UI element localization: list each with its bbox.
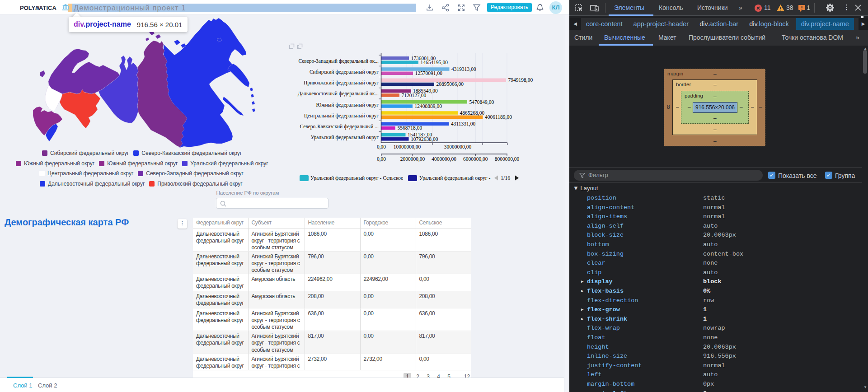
svg-text:10792638,00: 10792638,00 (411, 136, 438, 142)
svg-text:Уральский федеральный округ: Уральский федеральный округ (310, 135, 379, 140)
svg-text:Южный федеральный округ: Южный федеральный округ (316, 102, 379, 108)
svg-text:20895066,00: 20895066,00 (436, 81, 464, 87)
svg-text:40061189,00: 40061189,00 (485, 114, 512, 120)
svg-text:2000000,00: 2000000,00 (400, 156, 425, 162)
svg-text:10000000,00: 10000000,00 (394, 144, 421, 150)
svg-text:Уральский федеральный округ -: Уральский федеральный округ - Сельское (310, 175, 403, 181)
svg-text:Северо-Западный федеральный ок: Северо-Западный федеральный ок... (298, 58, 379, 64)
svg-text:1/16: 1/16 (501, 175, 510, 181)
svg-text:4000000,00: 4000000,00 (432, 156, 456, 162)
svg-text:Дальневосточный федеральный ок: Дальневосточный федеральный ок... (298, 91, 379, 97)
svg-text:7949198,00: 7949198,00 (508, 77, 533, 83)
svg-text:8000000,00: 8000000,00 (495, 156, 520, 162)
svg-text:12570091,00: 12570091,00 (415, 70, 443, 76)
svg-text:0,00: 0,00 (377, 156, 386, 162)
svg-text:Северо-Кавказский федеральный: Северо-Кавказский федеральный ... (300, 124, 379, 130)
svg-text:4311331,00: 4311331,00 (451, 121, 475, 127)
svg-text:12408889,00: 12408889,00 (415, 103, 442, 109)
svg-text:7120127,00: 7120127,00 (402, 93, 427, 98)
svg-text:Центральный федеральный округ: Центральный федеральный округ (304, 113, 379, 119)
svg-text:6000000,00: 6000000,00 (463, 156, 488, 162)
svg-text:4865268,00: 4865268,00 (460, 110, 485, 116)
svg-text:14654195,00: 14654195,00 (421, 60, 448, 65)
svg-text:Приволжский федеральный округ: Приволжский федеральный округ (304, 80, 379, 86)
svg-text:Сибирский федеральный округ: Сибирский федеральный округ (310, 69, 379, 75)
svg-text:5568718,00: 5568718,00 (398, 125, 422, 131)
svg-text:4319313,00: 4319313,00 (451, 66, 476, 72)
svg-text:30000000,00: 30000000,00 (444, 144, 472, 150)
svg-text:5470849,00: 5470849,00 (469, 99, 494, 105)
svg-text:0,00: 0,00 (377, 144, 386, 150)
svg-text:Уральский федеральный округ -: Уральский федеральный округ - (419, 175, 490, 181)
